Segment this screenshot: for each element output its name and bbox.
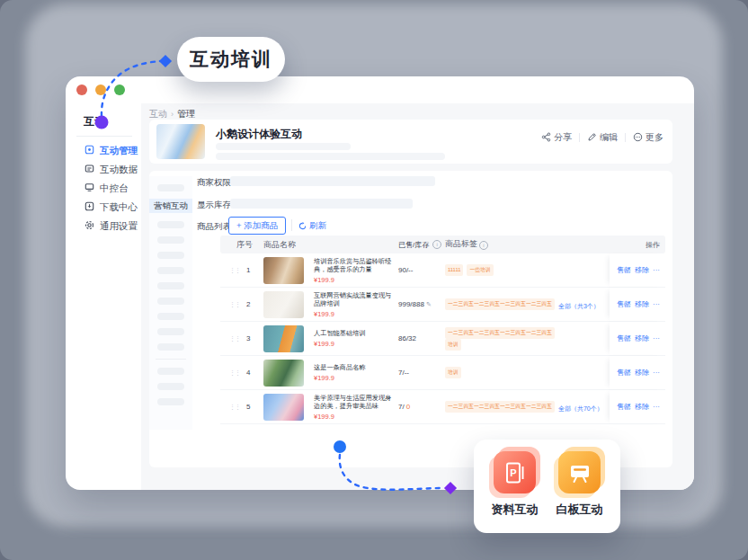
- product-name: 美学原理与生活应用发现身边的美，提升审美品味: [314, 394, 395, 411]
- edit-button[interactable]: 编辑: [587, 131, 618, 144]
- product-name: 这是一条商品名称: [314, 363, 395, 372]
- more-actions-button[interactable]: ···: [653, 266, 660, 274]
- interaction-types-card: P资料互动白板互动: [474, 440, 620, 533]
- info-icon[interactable]: i: [432, 240, 441, 249]
- sidebar-item-2[interactable]: 中控台: [66, 179, 141, 198]
- sidebar-item-1[interactable]: 互动数据: [66, 160, 141, 179]
- sold-stock-value: 999/888✎: [398, 300, 445, 308]
- product-thumbnail-blue-pink-abstract: [263, 394, 304, 421]
- refresh-icon: [298, 222, 307, 230]
- breadcrumb-separator: ›: [171, 110, 174, 119]
- course-title: 小鹅设计体验互动: [216, 127, 302, 142]
- action-label: 分享: [554, 131, 572, 144]
- interaction-type-label: 白板互动: [557, 502, 603, 518]
- product-thumbnail-white-wall-branch: [263, 291, 304, 318]
- toolbar-divider: [291, 219, 292, 231]
- product-price: ¥199.9: [314, 340, 395, 348]
- sold-out-button[interactable]: 售罄: [617, 299, 631, 309]
- remove-button[interactable]: 移除: [635, 368, 649, 378]
- remove-button[interactable]: 移除: [635, 402, 649, 412]
- product-thumbnail-teal-orange-chair: [263, 325, 304, 352]
- sidebar-item-4[interactable]: 通用设置: [66, 217, 141, 236]
- section-tabs-column: 营销互动: [149, 176, 192, 430]
- row-index: 3: [246, 334, 250, 342]
- row-index: 4: [246, 369, 250, 377]
- edit-icon: [587, 132, 597, 144]
- share-button[interactable]: 分享: [541, 131, 572, 144]
- console-icon: [85, 182, 94, 194]
- placeholder-tab: [157, 298, 184, 305]
- sidebar-item-0[interactable]: 互动管理: [66, 141, 141, 160]
- svg-text:P: P: [510, 467, 516, 478]
- show-all-tags-link[interactable]: 全部（共70个）: [558, 405, 603, 412]
- share-icon: [541, 132, 551, 144]
- show-all-tags-link[interactable]: 全部（共3个）: [558, 303, 600, 309]
- add-product-button[interactable]: + 添加商品: [228, 217, 286, 235]
- sold-out-button[interactable]: 售罄: [617, 368, 631, 378]
- more-actions-button[interactable]: ···: [653, 403, 660, 411]
- placeholder-tab: [157, 328, 184, 335]
- sold-out-button[interactable]: 售罄: [617, 402, 631, 412]
- sold-stock-value: 90/--: [398, 266, 445, 274]
- interaction-type-label: 资料互动: [492, 502, 539, 518]
- remove-button[interactable]: 移除: [635, 265, 649, 275]
- breadcrumb-current: 管理: [177, 109, 195, 119]
- row-actions: 售罄移除···: [610, 288, 665, 321]
- more-button[interactable]: 更多: [633, 131, 663, 144]
- placeholder-tab: [157, 236, 184, 244]
- product-price: ¥199.9: [314, 276, 395, 284]
- sold-stock-value: 7/0: [398, 403, 445, 411]
- tag-chip: 11111: [445, 264, 463, 276]
- placeholder-tab: [157, 343, 184, 351]
- row-actions: 售罄移除···: [610, 253, 665, 287]
- col-tags: 商品标签i: [445, 239, 610, 250]
- sold-out-button[interactable]: 售罄: [617, 333, 631, 343]
- placeholder-tab: [157, 383, 184, 390]
- sidebar-item-3[interactable]: 下载中心: [66, 198, 141, 217]
- remove-button[interactable]: 移除: [635, 333, 649, 343]
- sold-out-button[interactable]: 售罄: [617, 265, 631, 275]
- more-actions-button[interactable]: ···: [653, 334, 660, 342]
- tab-marketing-interaction[interactable]: 营销互动: [149, 199, 192, 213]
- placeholder-tab: [157, 252, 184, 259]
- more-icon: [633, 132, 643, 144]
- more-actions-button[interactable]: ···: [653, 369, 660, 377]
- table-row: ⋮⋮ 3 人工智能基础培训 ¥199.9 86/32 一二三四五一二三四五一二三…: [220, 322, 665, 356]
- p-document-icon: P: [494, 451, 536, 493]
- drag-handle-icon[interactable]: ⋮⋮: [229, 267, 240, 274]
- product-tags: 一二三四五一二三四五一二三四五一二三四五培训: [445, 326, 610, 351]
- drag-handle-icon[interactable]: ⋮⋮: [229, 335, 240, 342]
- interaction-type-1[interactable]: 白板互动: [557, 451, 603, 533]
- refresh-label: 刷新: [309, 220, 326, 232]
- info-icon[interactable]: i: [479, 241, 488, 250]
- row-actions: 售罄移除···: [610, 390, 665, 423]
- more-actions-button[interactable]: ···: [653, 300, 660, 308]
- add-product-label: + 添加商品: [236, 220, 278, 232]
- product-thumbnail-beige-interior-vase: [263, 257, 304, 284]
- remove-button[interactable]: 移除: [635, 299, 649, 309]
- action-label: 更多: [646, 131, 663, 144]
- drag-handle-icon[interactable]: ⋮⋮: [229, 301, 240, 308]
- settings-panel: 营销互动 商家权限: 显示库存: 商品列表: + 添加商品 刷新 序号: [149, 171, 672, 467]
- interaction-type-0[interactable]: P资料互动: [492, 451, 539, 533]
- row-index: 5: [246, 403, 250, 411]
- action-label: 编辑: [600, 131, 618, 144]
- table-row: ⋮⋮ 4 这是一条商品名称 ¥199.9 7/-- 培训 售罄移除···: [220, 356, 665, 390]
- refresh-button[interactable]: 刷新: [298, 220, 326, 232]
- show-stock-value: [230, 199, 413, 209]
- breadcrumb-parent[interactable]: 互动: [149, 109, 167, 119]
- marketing-screenshot: 互动培训 互动 互动管理互动数据中控台下载中心通用设置 互动›管理 小鹅设计体验…: [0, 0, 748, 560]
- placeholder-tab: [157, 184, 184, 191]
- divider: [579, 133, 580, 142]
- edit-stock-icon[interactable]: ✎: [426, 301, 432, 308]
- data-icon: [85, 164, 94, 175]
- col-actions: 操作: [610, 236, 665, 253]
- product-thumbnail-green-tree-landscape: [263, 360, 304, 387]
- row-actions: 售罄移除···: [610, 356, 665, 389]
- product-price: ¥199.9: [314, 374, 395, 382]
- sidebar-menu: 互动管理互动数据中控台下载中心通用设置: [66, 141, 141, 236]
- product-tags: 一二三四五一二三四五一二三四五一二三四五全部（共3个）: [445, 298, 610, 311]
- product-tags: 11111一些培训: [445, 264, 610, 276]
- drag-handle-icon[interactable]: ⋮⋮: [229, 369, 240, 377]
- drag-handle-icon[interactable]: ⋮⋮: [229, 404, 240, 411]
